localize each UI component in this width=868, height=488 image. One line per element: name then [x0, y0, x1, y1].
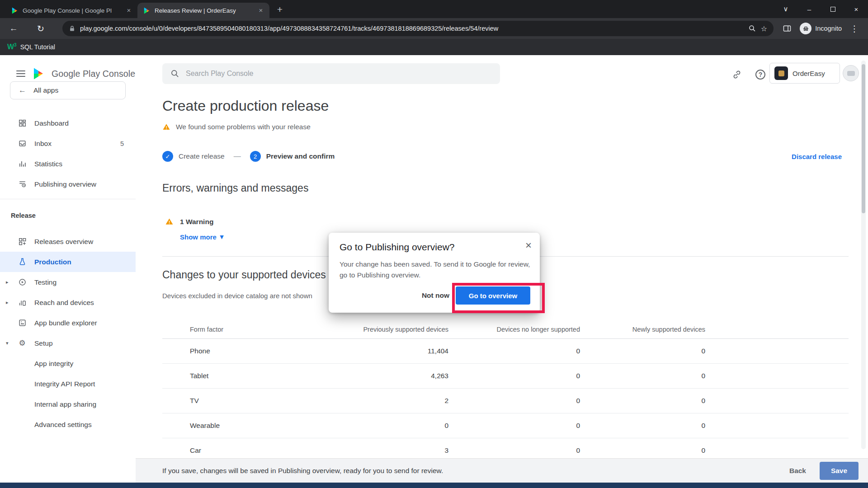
save-button[interactable]: Save	[820, 462, 859, 480]
dialog-close-icon[interactable]: ×	[525, 239, 532, 252]
zoom-icon[interactable]	[748, 24, 756, 33]
table-row: TV 2 0 0	[162, 389, 849, 413]
sidebar-item-releases-overview[interactable]: Releases overview	[0, 231, 136, 252]
close-window-button[interactable]: ×	[844, 0, 868, 18]
bookmark-sql-tutorial[interactable]: SQL Tutorial	[20, 43, 55, 51]
chevron-right-icon: ▸	[6, 300, 9, 305]
scrollbar-track[interactable]	[861, 61, 866, 449]
current-app-chip[interactable]: OrderEasy	[769, 63, 840, 84]
errors-heading: Errors, warnings and messages	[162, 182, 308, 194]
browser-menu-icon[interactable]: ⋮	[846, 20, 863, 37]
sidebar-item-setup[interactable]: ▾ ⚙ Setup	[0, 333, 136, 353]
publishing-overview-icon	[17, 180, 27, 188]
sidebar-item-production[interactable]: Production	[0, 252, 136, 272]
publishing-overview-dialog: Go to Publishing overview? × Your change…	[329, 233, 540, 313]
sidebar-item-internal-app-sharing[interactable]: Internal app sharing	[0, 394, 136, 414]
console-search[interactable]	[162, 63, 500, 84]
back-button[interactable]: Back	[789, 467, 806, 475]
sidebar-item-label: Inbox	[34, 140, 52, 148]
not-now-button[interactable]: Not now	[422, 286, 449, 305]
save-footer-bar: If you save, changes will be saved in Pu…	[136, 458, 868, 483]
sidebar-nav-top: Dashboard Inbox 5	[0, 113, 136, 194]
release-problem-banner: We found some problems with your release	[162, 123, 311, 131]
sidebar-item-integrity-api-report[interactable]: Integrity API Report	[0, 374, 136, 394]
play-console-wordmark: Google Play Console	[52, 69, 135, 79]
sidebar-nav-release: Releases overview Production ▸	[0, 231, 136, 435]
previously-supported-cell: 11,404	[334, 347, 448, 355]
maximize-icon	[830, 7, 835, 12]
column-header: Newly supported devices	[594, 326, 705, 333]
chevron-down-icon: ▾	[220, 233, 224, 241]
step1-check-icon: ✓	[162, 151, 173, 162]
sidebar-item-label: Integrity API Report	[34, 380, 95, 388]
tab-play-console[interactable]: Google Play Console | Google Pl ×	[5, 3, 137, 18]
sidebar-item-publishing-overview[interactable]: Publishing overview	[0, 174, 136, 194]
form-factor-cell: Phone	[190, 347, 210, 355]
inbox-count-badge: 5	[120, 140, 124, 147]
incognito-profile-chip[interactable]: Incognito	[800, 23, 842, 34]
dialog-body-text: Your change has been saved. To send it t…	[340, 259, 531, 281]
bookmark-star-icon[interactable]: ☆	[761, 24, 767, 33]
maximize-button[interactable]	[821, 0, 844, 18]
sidebar-item-label: Setup	[34, 339, 53, 347]
sidebar-item-dashboard[interactable]: Dashboard	[0, 113, 136, 133]
app-bundle-explorer-icon	[17, 319, 27, 327]
sidebar: Google Play Console ← All apps Dashboard	[0, 55, 136, 483]
all-apps-button[interactable]: ← All apps	[10, 81, 126, 99]
tab-close-icon[interactable]: ×	[257, 6, 265, 14]
previously-supported-cell: 2	[334, 397, 448, 405]
new-tab-button[interactable]: +	[273, 3, 287, 17]
sidebar-item-advanced-settings[interactable]: Advanced settings	[0, 414, 136, 435]
newly-supported-cell: 0	[594, 422, 705, 430]
page-title: Create production release	[162, 98, 329, 114]
sidebar-item-statistics[interactable]: Statistics	[0, 154, 136, 174]
step2-label[interactable]: Preview and confirm	[266, 152, 335, 160]
help-icon[interactable]: ?	[754, 68, 767, 81]
browser-toolbar: ← ↻ play.google.com/console/u/0/develope…	[0, 18, 868, 39]
warning-count-row: 1 Warning	[165, 217, 213, 226]
bottom-edge-strip	[0, 483, 868, 488]
address-bar[interactable]: play.google.com/console/u/0/developers/8…	[62, 21, 774, 36]
tab-releases-review[interactable]: Releases Review | OrderEasy ×	[137, 3, 269, 18]
scrollbar-thumb[interactable]	[862, 64, 865, 213]
menu-hamburger-icon[interactable]	[16, 70, 25, 77]
devices-table-header: Form factor Previously supported devices…	[162, 320, 849, 339]
show-more-button[interactable]: Show more ▾	[180, 233, 223, 241]
problem-banner-text: We found some problems with your release	[176, 123, 311, 131]
go-to-overview-button[interactable]: Go to overview	[456, 286, 530, 305]
reload-button[interactable]: ↻	[33, 20, 49, 37]
sidebar-item-label: Statistics	[34, 160, 62, 168]
no-longer-supported-cell: 0	[468, 347, 580, 355]
form-factor-cell: Wearable	[190, 422, 220, 430]
chevron-right-icon: ▸	[6, 279, 9, 285]
step1-label[interactable]: Create release	[179, 152, 225, 160]
release-stepper: ✓ Create release — 2 Preview and confirm	[162, 151, 335, 162]
stepper-connector: —	[234, 152, 241, 160]
incognito-label: Incognito	[815, 25, 842, 32]
screen: Google Play Console | Google Pl × Releas…	[0, 0, 868, 488]
tab-search-chevron-icon[interactable]: ∨	[774, 0, 797, 18]
newly-supported-cell: 0	[594, 446, 705, 455]
form-factor-cell: Tablet	[190, 372, 208, 380]
sidebar-item-app-bundle-explorer[interactable]: App bundle explorer	[0, 313, 136, 333]
sidebar-item-reach-and-devices[interactable]: ▸ Reach and devices	[0, 292, 136, 313]
sidebar-item-label: Internal app sharing	[34, 400, 96, 408]
minimize-button[interactable]: –	[797, 0, 821, 18]
previously-supported-cell: 3	[334, 446, 448, 455]
side-panel-icon[interactable]	[779, 20, 795, 37]
discard-release-link[interactable]: Discard release	[792, 153, 842, 160]
tab-title: Releases Review | OrderEasy	[155, 7, 253, 14]
account-avatar[interactable]	[843, 65, 859, 81]
save-footer-message: If you save, changes will be saved in Pu…	[162, 467, 443, 475]
production-icon	[17, 258, 27, 266]
sidebar-item-testing[interactable]: ▸ Testing	[0, 272, 136, 292]
back-button[interactable]: ←	[5, 20, 22, 37]
sidebar-item-app-integrity[interactable]: App integrity	[0, 353, 136, 374]
newly-supported-cell: 0	[594, 347, 705, 355]
search-input[interactable]	[186, 70, 492, 78]
no-longer-supported-cell: 0	[468, 397, 580, 405]
link-icon[interactable]	[731, 68, 743, 81]
sidebar-item-inbox[interactable]: Inbox 5	[0, 133, 136, 154]
tab-close-icon[interactable]: ×	[125, 6, 133, 14]
tab-title: Google Play Console | Google Pl	[23, 7, 121, 14]
